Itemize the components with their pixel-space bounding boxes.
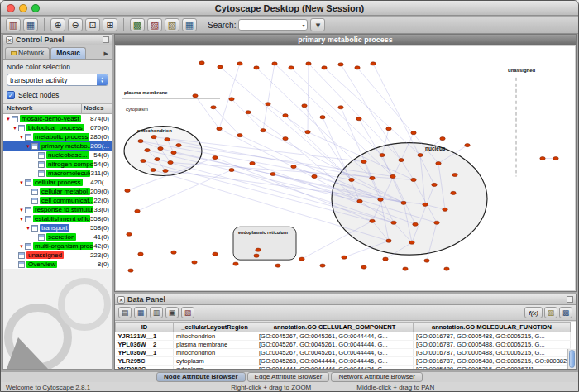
graph-edge[interactable] <box>219 64 240 129</box>
minimize-window-button[interactable] <box>19 4 27 12</box>
float-panel-icon[interactable] <box>567 296 573 303</box>
graph-node[interactable] <box>266 103 270 106</box>
graph-node[interactable] <box>401 201 406 204</box>
graph-node[interactable] <box>342 256 347 259</box>
attribute-history-icon[interactable]: ▣ <box>165 307 179 318</box>
graph-edge[interactable] <box>304 106 352 180</box>
tree-item-nucleobase[interactable]: nucleobase...54(0) <box>3 151 112 160</box>
graph-node[interactable] <box>423 203 428 206</box>
tree-item-unassigned[interactable]: unassigned223(0) <box>3 251 112 260</box>
graph-node[interactable] <box>424 259 429 262</box>
close-window-button[interactable] <box>7 4 15 12</box>
table-row[interactable]: YPL036W__1mitochondrion[GO:0045267, GO:0… <box>116 349 571 357</box>
graph-edge[interactable] <box>248 112 285 139</box>
graph-node[interactable] <box>218 65 223 69</box>
formula-builder-button[interactable]: f(x) <box>524 307 543 318</box>
close-panel-icon[interactable]: ✕ <box>117 296 125 304</box>
graph-node[interactable] <box>151 136 156 139</box>
tree-item-transport[interactable]: ▼transport558(0) <box>3 223 112 232</box>
graph-node[interactable] <box>145 148 150 151</box>
graph-edge[interactable] <box>268 104 308 132</box>
graph-node[interactable] <box>338 106 343 109</box>
graph-node[interactable] <box>138 140 143 143</box>
graph-node[interactable] <box>357 199 362 203</box>
tree-item-cellular-metabol[interactable]: cellular metabol...209(0) <box>3 187 112 196</box>
graph-node[interactable] <box>540 156 545 160</box>
close-panel-icon[interactable]: ✕ <box>6 36 13 44</box>
graph-node[interactable] <box>302 104 307 108</box>
float-panel-icon[interactable] <box>103 36 109 43</box>
tab-mosaic[interactable]: Mosaic <box>50 47 86 59</box>
graph-node[interactable] <box>411 131 416 135</box>
table-row[interactable]: YKR052Ccytoplasm[GO:0044444, GO:0044446,… <box>116 366 571 370</box>
column-header-cellularlayoutregion[interactable]: _cellularLayoutRegion <box>174 323 256 332</box>
tab-scroll-right-icon[interactable]: ▶ <box>104 50 110 59</box>
graph-node[interactable] <box>451 191 456 194</box>
delete-attribute-icon[interactable]: ▧ <box>181 307 194 318</box>
tree-item-primary-metabo[interactable]: ▼primary metabo...209(... <box>3 141 112 151</box>
vizmapper-icon[interactable]: ▧ <box>165 18 179 31</box>
tree-item-secretion[interactable]: secretion41(0) <box>3 232 112 241</box>
table-row[interactable]: YPL036W__2plasma membrane[GO:0045267, GO… <box>116 341 571 349</box>
graph-node[interactable] <box>256 248 261 251</box>
tree-item-mosaic-demo-yeast[interactable]: ▼mosaic-demo-yeast874(0) <box>3 114 112 123</box>
graph-node[interactable] <box>443 208 447 211</box>
graph-node[interactable] <box>371 62 376 65</box>
annotation-icon[interactable]: ▦ <box>182 18 197 31</box>
zoom-window-button[interactable] <box>31 4 40 12</box>
search-combobox[interactable]: ▾ <box>238 19 308 31</box>
search-input[interactable] <box>242 21 302 29</box>
tab-network[interactable]: Network <box>5 47 50 59</box>
tree-header-network[interactable]: Network <box>3 104 82 113</box>
graph-node[interactable] <box>261 129 266 132</box>
tree-header-nodes[interactable]: Nodes <box>82 104 112 113</box>
graph-node[interactable] <box>237 134 242 137</box>
zoom-out-icon[interactable]: ⊖ <box>68 18 83 31</box>
graph-node[interactable] <box>320 264 325 267</box>
graph-node[interactable] <box>213 155 218 159</box>
graph-node[interactable] <box>192 261 197 264</box>
graph-node[interactable] <box>434 221 439 224</box>
graph-node[interactable] <box>465 144 470 147</box>
table-row[interactable]: YJR121W__1mitochondrion[GO:0045267, GO:0… <box>116 332 571 341</box>
graph-node[interactable] <box>171 251 176 254</box>
graph-node[interactable] <box>356 117 361 121</box>
graph-node[interactable] <box>390 174 395 178</box>
graph-node[interactable] <box>254 254 259 257</box>
graph-node[interactable] <box>254 66 259 69</box>
graph-node[interactable] <box>361 265 366 269</box>
graph-edge[interactable] <box>308 64 309 132</box>
graph-node[interactable] <box>176 144 181 147</box>
graph-edge[interactable] <box>137 170 232 211</box>
graph-node[interactable] <box>322 66 327 69</box>
graph-node[interactable] <box>312 174 317 178</box>
table-scrollbar[interactable] <box>567 349 576 369</box>
graph-node[interactable] <box>386 127 391 131</box>
graph-node[interactable] <box>171 151 176 154</box>
graph-node[interactable] <box>193 94 198 98</box>
graph-node[interactable] <box>306 62 311 65</box>
graph-node[interactable] <box>440 137 445 141</box>
tab-edge-attribute-browser[interactable]: Edge Attribute Browser <box>247 372 330 382</box>
graph-node[interactable] <box>283 114 288 117</box>
graph-node[interactable] <box>338 63 343 66</box>
graph-node[interactable] <box>355 66 360 69</box>
network-canvas[interactable]: plasma membranecytoplasmmitochondrionnuc… <box>116 46 575 290</box>
graph-node[interactable] <box>409 241 414 244</box>
tab-node-attribute-browser[interactable]: Node Attribute Browser <box>156 372 246 382</box>
graph-node[interactable] <box>158 146 163 150</box>
graph-node[interactable] <box>361 160 366 163</box>
tab-network-attribute-browser[interactable]: Network Attribute Browser <box>331 372 422 382</box>
graph-node[interactable] <box>246 111 251 114</box>
tree-item-macromolecule[interactable]: macromolecule...311(0) <box>3 169 112 178</box>
graph-node[interactable] <box>135 209 140 213</box>
graph-node[interactable] <box>370 219 375 222</box>
graph-node[interactable] <box>299 257 304 261</box>
chevron-down-icon[interactable]: ▾ <box>302 22 304 28</box>
graph-node[interactable] <box>291 165 296 168</box>
graph-node[interactable] <box>141 159 146 162</box>
expander-icon[interactable]: ▼ <box>5 117 12 122</box>
scrollbar-thumb[interactable] <box>569 350 575 368</box>
graph-node[interactable] <box>138 252 143 256</box>
graph-node[interactable] <box>413 222 418 226</box>
